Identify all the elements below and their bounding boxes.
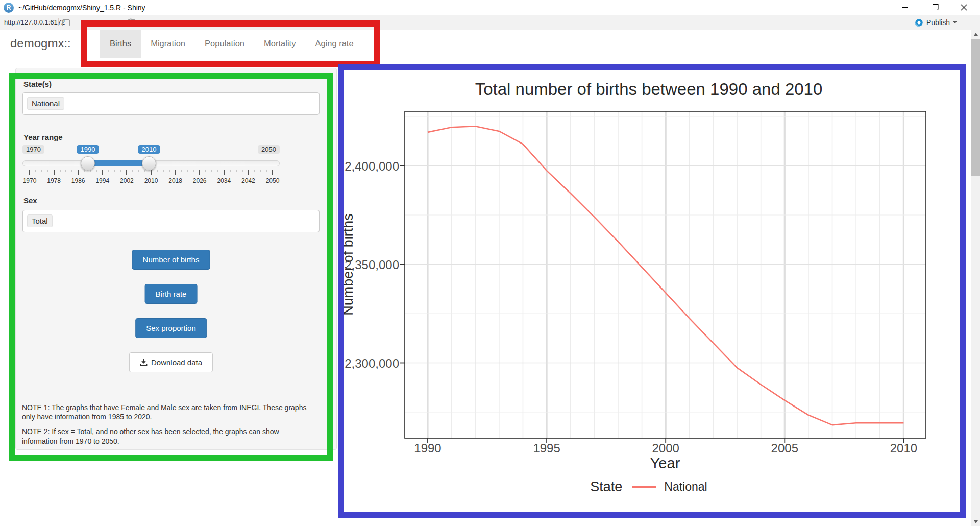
scroll-up-arrow[interactable] xyxy=(971,30,980,38)
open-in-browser-icon[interactable] xyxy=(62,19,70,26)
slider-min-label: 1970 xyxy=(22,145,44,154)
x-tick-label: 1990 xyxy=(405,441,451,456)
slider-grid-label: 1994 xyxy=(91,177,114,184)
close-button[interactable] xyxy=(952,0,975,15)
slider-tick xyxy=(248,170,249,175)
url-text: http://127.0.0.1:6172 xyxy=(4,18,65,26)
slider-grid-label: 2018 xyxy=(164,177,187,184)
slider-tick xyxy=(212,170,212,172)
slider-selected-bar xyxy=(88,160,149,166)
slider-to-label: 2010 xyxy=(138,145,160,154)
slider-tick xyxy=(181,170,182,172)
slider-tick xyxy=(236,170,236,172)
slider-tick xyxy=(66,170,66,172)
slider-handle-to[interactable] xyxy=(142,156,156,171)
r-app-icon: R xyxy=(4,3,14,13)
slider-grid-label: 2050 xyxy=(261,177,284,184)
tab-births[interactable]: Births xyxy=(100,29,141,58)
x-tick-label: 2000 xyxy=(643,441,689,456)
sex-token[interactable]: Total xyxy=(27,214,53,227)
slider-tick xyxy=(29,170,30,175)
x-tick-label: 2010 xyxy=(880,441,926,456)
publish-icon xyxy=(915,18,923,27)
restore-icon xyxy=(932,6,937,11)
sex-proportion-button[interactable]: Sex proportion xyxy=(135,318,207,338)
slider-tick xyxy=(47,170,48,172)
title-bar: R ~/GitHub/demogmx/Shiny_1.5.R - Shiny xyxy=(0,0,980,16)
slider-tick xyxy=(120,170,121,172)
slider-handle-from[interactable] xyxy=(81,156,95,171)
slider-tick xyxy=(102,170,103,175)
publish-button[interactable]: Publish xyxy=(915,17,957,28)
navbar-tabs: BirthsMigrationPopulationMortalityAging … xyxy=(100,29,363,58)
tab-aging-rate[interactable]: Aging rate xyxy=(305,29,363,58)
state-token[interactable]: National xyxy=(27,97,64,110)
download-icon xyxy=(140,358,148,366)
app-brand: demogmx:: xyxy=(10,36,71,51)
slider-tick xyxy=(224,170,225,175)
slider-grid-label: 2042 xyxy=(236,177,260,184)
y-tick-label: 2,350,000 xyxy=(286,258,399,272)
slider-tick xyxy=(260,170,261,172)
year-range-label: Year range xyxy=(23,133,63,141)
x-axis-title: Year xyxy=(634,455,696,472)
restore-button[interactable] xyxy=(922,0,946,15)
up-triangle-icon xyxy=(974,33,978,36)
down-triangle-icon xyxy=(974,520,978,523)
slider-tick xyxy=(206,170,206,172)
scroll-down-arrow[interactable] xyxy=(971,517,980,526)
note: NOTE 1: The graphs that have Female and … xyxy=(22,403,312,421)
reload-icon[interactable] xyxy=(126,17,136,29)
state-label: State(s) xyxy=(23,80,52,88)
tab-mortality[interactable]: Mortality xyxy=(254,29,305,58)
slider-tick xyxy=(266,170,267,172)
window-title: ~/GitHub/demogmx/Shiny_1.5.R - Shiny xyxy=(18,4,145,12)
slider-tick xyxy=(108,170,109,172)
download-data-button[interactable]: Download data xyxy=(129,352,213,372)
slider-tick xyxy=(217,170,218,172)
slider-tick xyxy=(230,170,230,172)
slider-tick xyxy=(84,170,85,172)
slider-tick xyxy=(126,170,127,175)
slider-tick xyxy=(163,170,163,172)
slider-max-label: 2050 xyxy=(258,145,280,154)
legend-entry: National xyxy=(664,480,707,494)
toolbar-divider: | xyxy=(58,17,60,26)
slider-grid-label: 1970 xyxy=(18,177,41,184)
publish-label: Publish xyxy=(926,18,950,27)
slider-tick xyxy=(41,170,42,172)
slider-grid-label: 2002 xyxy=(115,177,138,184)
birth-rate-button[interactable]: Birth rate xyxy=(145,284,198,304)
slider-tick xyxy=(272,170,273,175)
state-select[interactable]: National xyxy=(22,92,320,115)
publish-caret-icon xyxy=(953,21,957,23)
close-icon xyxy=(961,4,967,11)
x-tick-label: 2005 xyxy=(762,441,807,456)
slider-tick xyxy=(96,170,96,172)
year-range-slider[interactable]: 1970 1990 2010 2050 19701978198619942002… xyxy=(22,145,280,187)
slider-tick xyxy=(60,170,60,172)
download-label: Download data xyxy=(151,358,202,367)
tab-migration[interactable]: Migration xyxy=(141,29,195,58)
slider-tick xyxy=(254,170,255,172)
slider-grid-label: 2010 xyxy=(139,177,163,184)
sex-label: Sex xyxy=(23,196,37,205)
scrollbar-thumb[interactable] xyxy=(971,39,980,176)
vertical-scrollbar[interactable] xyxy=(971,30,980,526)
slider-tick xyxy=(78,170,79,175)
minimize-button[interactable] xyxy=(893,0,916,15)
sex-select[interactable]: Total xyxy=(22,210,320,232)
tab-population[interactable]: Population xyxy=(195,29,254,58)
viewer-toolbar: http://127.0.0.1:6172 | Publish xyxy=(0,15,980,30)
chart-legend: State National xyxy=(339,479,958,495)
minimize-icon xyxy=(902,7,908,8)
slider-tick xyxy=(175,170,176,175)
slider-tick xyxy=(90,170,91,172)
slider-tick xyxy=(139,170,139,172)
slider-tick xyxy=(145,170,145,172)
y-tick-label: 2,400,000 xyxy=(286,159,399,174)
slider-from-label: 1990 xyxy=(77,145,99,154)
slider-tick xyxy=(72,170,72,172)
number-of-births-button[interactable]: Number of births xyxy=(132,250,210,270)
note: NOTE 2: If sex = Total, and no other sex… xyxy=(22,427,312,445)
